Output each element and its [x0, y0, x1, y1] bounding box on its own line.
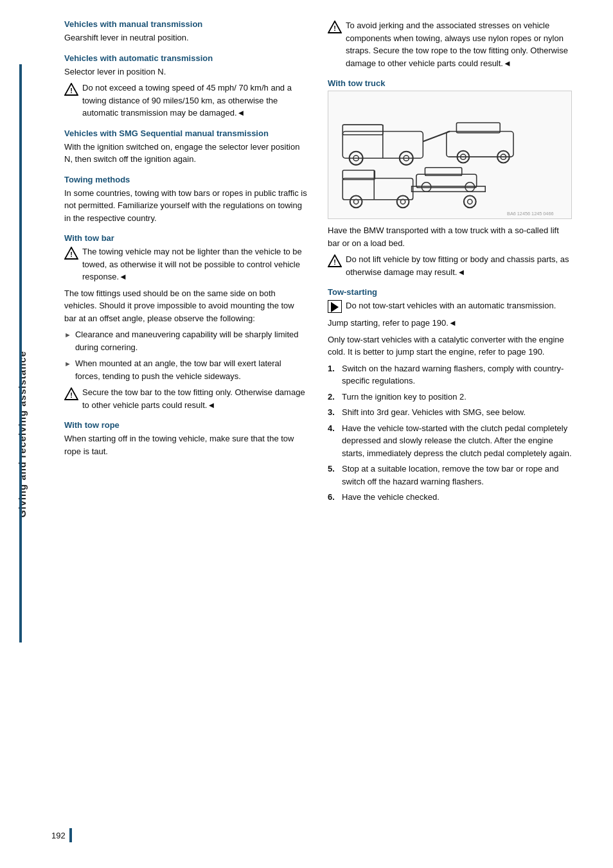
svg-point-34 — [422, 182, 431, 192]
step-num-6: 6. — [328, 491, 337, 504]
step-num-2: 2. — [328, 391, 337, 403]
warning-triangle-icon-2: ! — [64, 247, 78, 260]
step-text-1: Switch on the hazard warning flashers, c… — [342, 362, 572, 387]
heading-with-tow-rope: With tow rope — [64, 420, 308, 430]
page-footer: 192 — [51, 828, 72, 842]
warning-auto-text: Do not exceed a towing speed of 45 mph/ … — [82, 82, 308, 120]
page-bar — [69, 828, 72, 842]
sidebar-bar — [19, 64, 22, 642]
left-column: Vehicles with manual transmission Gearsh… — [64, 19, 308, 508]
tow-truck-svg: BA6 12456 1245 0466 — [328, 91, 571, 218]
heading-automatic-transmission: Vehicles with automatic transmission — [64, 53, 308, 63]
warning-auto-transmission: ! Do not exceed a towing speed of 45 mph… — [64, 82, 308, 120]
bullet-arrow-icon-1: ► — [64, 330, 71, 341]
tow-bar-bullet-list: ► Clearance and maneuvering capability w… — [64, 328, 308, 382]
list-item: 3. Shift into 3rd gear. Vehicles with SM… — [328, 406, 572, 419]
list-item: 6. Have the vehicle checked. — [328, 491, 572, 504]
text-towing-methods: In some countries, towing with tow bars … — [64, 187, 308, 225]
text-manual-transmission: Gearshift lever in neutral position. — [64, 31, 308, 44]
heading-with-tow-truck: With tow truck — [328, 78, 572, 88]
svg-text:!: ! — [333, 258, 336, 266]
two-column-layout: Vehicles with manual transmission Gearsh… — [64, 19, 598, 508]
svg-line-15 — [423, 132, 450, 142]
heading-manual-transmission: Vehicles with manual transmission — [64, 19, 308, 29]
step-num-4: 4. — [328, 422, 337, 435]
step-num-5: 5. — [328, 463, 337, 475]
svg-point-30 — [464, 196, 476, 208]
text-with-tow-rope: When starting off in the towing vehicle,… — [64, 432, 308, 457]
text-smg-transmission: With the ignition switched on, engage th… — [64, 141, 308, 166]
warning-tow-bar-text: The towing vehicle may not be lighter th… — [82, 245, 308, 283]
tow-truck-illustration: BA6 12456 1245 0466 — [328, 91, 572, 219]
list-item: 5. Stop at a suitable location, remove t… — [328, 463, 572, 488]
warning-tow-bar-secure: ! Secure the tow bar to the tow fitting … — [64, 386, 308, 411]
svg-rect-9 — [342, 125, 383, 135]
sidebar: Giving and receiving assistance — [0, 0, 44, 868]
bullet-text-2: When mounted at an angle, the tow bar wi… — [75, 357, 308, 382]
text-automatic-transmission: Selector lever in position N. — [64, 66, 308, 78]
text-tow-truck-body: Have the BMW transported with a tow truc… — [328, 224, 572, 249]
heading-tow-starting: Tow-starting — [328, 287, 572, 297]
warning-tow-bar-lighter: ! The towing vehicle may not be lighter … — [64, 245, 308, 283]
svg-text:!: ! — [333, 24, 336, 32]
list-item: 2. Turn the ignition key to position 2. — [328, 391, 572, 403]
page-container: Giving and receiving assistance Vehicles… — [0, 0, 613, 868]
svg-point-26 — [350, 196, 362, 208]
step-text-5: Stop at a suitable location, remove the … — [342, 463, 572, 488]
main-content: Vehicles with manual transmission Gearsh… — [51, 0, 610, 527]
warning-triangle-icon: ! — [64, 83, 78, 96]
play-box-icon — [328, 300, 342, 313]
warning-top-right-text: To avoid jerking and the associated stre… — [346, 19, 572, 69]
warning-tow-truck-text: Do not lift vehicle by tow fitting or bo… — [346, 253, 572, 278]
note-no-auto-text: Do not tow-start vehicles with an automa… — [346, 299, 556, 312]
svg-point-28 — [397, 196, 409, 208]
step-text-6: Have the vehicle checked. — [342, 491, 440, 504]
heading-smg-transmission: Vehicles with SMG Sequential manual tran… — [64, 128, 308, 138]
step-text-4: Have the vehicle tow-started with the cl… — [342, 422, 572, 460]
warning-tow-truck-lift: ! Do not lift vehicle by tow fitting or … — [328, 253, 572, 278]
play-arrow-icon — [331, 302, 339, 312]
right-column: ! To avoid jerking and the associated st… — [328, 19, 572, 508]
bullet-text-1: Clearance and maneuvering capability wil… — [75, 328, 308, 353]
svg-text:!: ! — [70, 251, 73, 258]
svg-point-35 — [465, 182, 475, 192]
svg-rect-32 — [416, 174, 477, 188]
list-item: 4. Have the vehicle tow-started with the… — [328, 422, 572, 460]
warning-triangle-icon-4: ! — [328, 21, 342, 33]
svg-text:!: ! — [70, 391, 73, 399]
warning-top-right: ! To avoid jerking and the associated st… — [328, 19, 572, 69]
tow-starting-steps: 1. Switch on the hazard warning flashers… — [328, 362, 572, 504]
step-num-1: 1. — [328, 362, 337, 375]
warning-triangle-icon-5: ! — [328, 254, 342, 267]
text-jump-start-ref: Jump starting, refer to page 190.◄ — [328, 317, 572, 330]
list-item: ► Clearance and maneuvering capability w… — [64, 328, 308, 353]
warning-triangle-icon-3: ! — [64, 387, 78, 400]
list-item: 1. Switch on the hazard warning flashers… — [328, 362, 572, 387]
step-text-2: Turn the ignition key to position 2. — [342, 391, 466, 403]
heading-towing-methods: Towing methods — [64, 175, 308, 184]
heading-with-tow-bar: With tow bar — [64, 233, 308, 243]
text-catalytic-converter: Only tow-start vehicles with a catalytic… — [328, 333, 572, 359]
svg-point-31 — [468, 199, 472, 204]
list-item: ► When mounted at an angle, the tow bar … — [64, 357, 308, 382]
step-text-3: Shift into 3rd gear. Vehicles with SMG, … — [342, 406, 526, 419]
text-tow-bar-body: The tow fittings used should be on the s… — [64, 287, 308, 325]
sidebar-label: Giving and receiving assistance — [17, 351, 28, 517]
bullet-arrow-icon-2: ► — [64, 359, 71, 369]
page-number: 192 — [51, 831, 66, 840]
warning-tow-bar-secure-text: Secure the tow bar to the tow fitting on… — [82, 386, 308, 411]
svg-text:BA6 12456 1245 0466: BA6 12456 1245 0466 — [507, 211, 553, 217]
note-no-auto-tow-start: Do not tow-start vehicles with an automa… — [328, 299, 572, 313]
svg-text:!: ! — [70, 87, 73, 94]
step-num-3: 3. — [328, 406, 337, 419]
svg-rect-16 — [447, 132, 513, 157]
